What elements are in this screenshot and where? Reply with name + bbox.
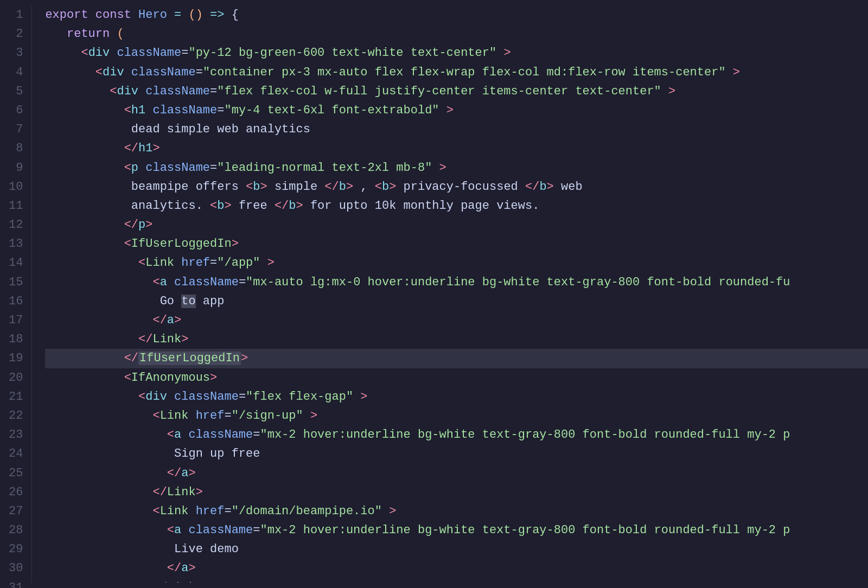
line-number-29: 29 [9,540,23,559]
line-number-23: 23 [9,425,23,444]
code-line-7: dead simple web analytics [45,120,868,139]
code-line-27: <Link href="/domain/beampipe.io" > [45,502,868,521]
code-line-19: </IfUserLoggedIn> [45,349,868,368]
code-line-9: <p className="leading-normal text-2xl mb… [45,158,868,177]
code-line-31: </Link> [45,578,868,583]
code-line-2: return ( [45,24,868,43]
line-number-1: 1 [9,5,23,24]
code-lines: export const Hero = () => { return ( <di… [32,5,868,583]
code-line-21: <div className="flex flex-gap" > [45,387,868,406]
function-name-hero: Hero [138,8,167,22]
code-line-3: <div className="py-12 bg-green-600 text-… [45,43,868,62]
code-line-10: beampipe offers <b> simple </b> , <b> pr… [45,177,868,196]
code-line-6: <h1 className="my-4 text-6xl font-extrab… [45,101,868,120]
code-editor: 1 2 3 4 5 6 7 8 9 10 11 12 13 14 15 16 1… [0,0,868,588]
line-number-21: 21 [9,387,23,406]
line-number-2: 2 [9,24,23,43]
line-number-27: 27 [9,502,23,521]
code-line-29: Live demo [45,540,868,559]
code-line-17: </a> [45,311,868,330]
keyword-return: return [67,27,110,41]
code-line-24: Sign up free [45,444,868,463]
line-number-9: 9 [9,158,23,177]
line-number-28: 28 [9,521,23,540]
line-number-30: 30 [9,559,23,578]
code-line-16: Go to app [45,292,868,311]
line-number-14: 14 [9,253,23,272]
line-number-19: 19 [9,349,23,368]
code-line-28: <a className="mx-2 hover:underline bg-wh… [45,521,868,540]
code-line-25: </a> [45,464,868,483]
line-number-15: 15 [9,273,23,292]
code-line-20: <IfAnonymous> [45,368,868,387]
line-number-13: 13 [9,234,23,253]
code-line-23: <a className="mx-2 hover:underline bg-wh… [45,425,868,444]
keyword-const: const [95,8,131,22]
code-line-22: <Link href="/sign-up" > [45,406,868,425]
line-number-8: 8 [9,139,23,158]
line-number-10: 10 [9,177,23,196]
code-line-18: </Link> [45,330,868,349]
line-number-24: 24 [9,444,23,463]
line-number-18: 18 [9,330,23,349]
line-number-20: 20 [9,368,23,387]
code-line-11: analytics. <b> free </b> for upto 10k mo… [45,196,868,215]
line-number-16: 16 [9,292,23,311]
line-number-26: 26 [9,483,23,502]
code-line-12: </p> [45,215,868,234]
line-number-22: 22 [9,406,23,425]
line-number-25: 25 [9,464,23,483]
code-line-15: <a className="mx-auto lg:mx-0 hover:unde… [45,273,868,292]
code-line-14: <Link href="/app" > [45,253,868,272]
code-line-8: </h1> [45,139,868,158]
line-number-3: 3 [9,43,23,62]
code-line-30: </a> [45,559,868,578]
code-line-1: export const Hero = () => { [45,5,868,24]
line-number-17: 17 [9,311,23,330]
code-line-13: <IfUserLoggedIn> [45,234,868,253]
line-number-5: 5 [9,82,23,101]
line-number-12: 12 [9,215,23,234]
line-number-7: 7 [9,120,23,139]
code-line-26: </Link> [45,483,868,502]
line-number-4: 4 [9,63,23,82]
highlighted-to: to [181,295,195,308]
code-line-5: <div className="flex flex-col w-full jus… [45,82,868,101]
code-line-4: <div className="container px-3 mx-auto f… [45,63,868,82]
line-numbers: 1 2 3 4 5 6 7 8 9 10 11 12 13 14 15 16 1… [0,5,32,583]
line-number-11: 11 [9,196,23,215]
line-number-6: 6 [9,101,23,120]
keyword-export: export [45,8,88,22]
line-number-31: 31 [9,578,23,588]
